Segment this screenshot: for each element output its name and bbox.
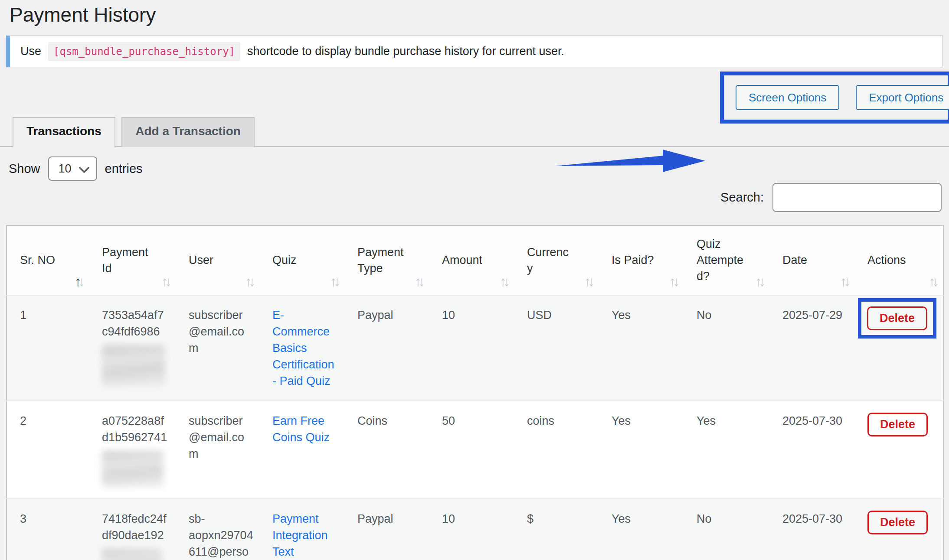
cell-quiz-attempted: No <box>684 295 769 401</box>
sort-icon: ↑↓ <box>500 273 507 290</box>
table-row: 2 a075228a8fd1b5962741 subscriber@email.… <box>7 401 943 499</box>
screen-options-button[interactable]: Screen Options <box>736 85 839 110</box>
sort-icon: ↑↓ <box>669 273 677 290</box>
sort-icon: ↑↓ <box>161 273 169 290</box>
cell-quiz: E-Commerce Basics Certification - Paid Q… <box>259 295 344 401</box>
entries-label: entries <box>105 162 143 176</box>
cell-payment-id: a075228a8fd1b5962741 <box>89 401 176 499</box>
cell-currency: coins <box>514 401 599 499</box>
cell-user: subscriber@email.com <box>176 295 259 401</box>
redacted-area <box>102 345 165 387</box>
shortcode-snippet: [qsm_bundle_purchase_history] <box>48 42 240 61</box>
tab-add-a-transaction[interactable]: Add a Transaction <box>121 117 255 147</box>
cell-payment-type: Coins <box>344 401 429 499</box>
sort-icon: ↑↓ <box>75 273 82 290</box>
notice-suffix: shortcode to display bundle purchase his… <box>247 45 564 58</box>
column-header-is-paid[interactable]: Is Paid? ↑↓ <box>599 225 684 295</box>
transactions-table: Sr. NO ↑↓ Payment Id ↑↓ User ↑↓ Quiz ↑↓ … <box>6 225 944 560</box>
cell-user: sb-aopxn29704611@personal.example.com <box>176 499 259 560</box>
annotation-highlight-box: Delete <box>858 298 936 339</box>
cell-payment-id: 7353a54af7c94fdf6986 <box>89 295 176 401</box>
sort-icon: ↑↓ <box>330 273 337 290</box>
cell-amount: 10 <box>429 295 514 401</box>
cell-payment-type: Paypal <box>344 295 429 401</box>
redacted-area <box>102 549 162 560</box>
table-row: 1 7353a54af7c94fdf6986 subscriber@email.… <box>7 295 943 401</box>
cell-user: subscriber@email.com <box>176 401 259 499</box>
shortcode-notice: Use [qsm_bundle_purchase_history] shortc… <box>6 36 943 67</box>
options-toolbar-row: Screen Options Export Options <box>0 67 949 117</box>
annotation-highlight-box: Screen Options Export Options <box>720 72 949 124</box>
cell-currency: USD <box>514 295 599 401</box>
sort-icon: ↑↓ <box>584 273 592 290</box>
column-header-payment-type[interactable]: Payment Type ↑↓ <box>344 225 429 295</box>
cell-quiz-attempted: Yes <box>684 401 769 499</box>
search-input[interactable] <box>772 183 942 212</box>
cell-quiz: Payment Integration Text <box>259 499 344 560</box>
sort-icon: ↑↓ <box>929 273 936 290</box>
notice-prefix: Use <box>20 45 41 58</box>
cell-amount: 50 <box>429 401 514 499</box>
cell-is-paid: Yes <box>599 295 684 401</box>
column-header-sr-no[interactable]: Sr. NO ↑↓ <box>7 225 89 295</box>
cell-currency: $ <box>514 499 599 560</box>
cell-actions: Delete <box>854 499 943 560</box>
cell-payment-id: 7418fedc24fdf90dae192 <box>89 499 176 560</box>
quiz-link[interactable]: Payment Integration Text <box>272 512 328 558</box>
cell-quiz: Earn Free Coins Quiz <box>259 401 344 499</box>
search-label: Search: <box>720 190 764 205</box>
entries-length-select[interactable]: 10 <box>48 156 97 181</box>
sort-icon: ↑↓ <box>755 273 762 290</box>
tab-transactions[interactable]: Transactions <box>13 117 115 148</box>
delete-button[interactable]: Delete <box>867 306 927 330</box>
column-header-user[interactable]: User ↑↓ <box>176 225 259 295</box>
sort-icon: ↑↓ <box>840 273 848 290</box>
page-title: Payment History <box>10 3 939 26</box>
column-header-currency[interactable]: Currency ↑↓ <box>514 225 599 295</box>
export-options-button[interactable]: Export Options <box>856 85 949 110</box>
cell-actions: Delete <box>854 295 943 401</box>
annotation-arrow-icon <box>554 141 709 181</box>
cell-sr-no: 3 <box>7 499 89 560</box>
cell-is-paid: Yes <box>599 499 684 560</box>
cell-date: 2025-07-29 <box>769 295 854 401</box>
redacted-area <box>102 451 164 487</box>
cell-date: 2025-07-30 <box>769 499 854 560</box>
cell-date: 2025-07-30 <box>769 401 854 499</box>
cell-amount: 10 <box>429 499 514 560</box>
payment-history-page: { "page": { "title": "Payment History" }… <box>0 0 949 560</box>
column-header-amount[interactable]: Amount ↑↓ <box>429 225 514 295</box>
cell-sr-no: 1 <box>7 295 89 401</box>
cell-actions: Delete <box>854 401 943 499</box>
column-header-quiz[interactable]: Quiz ↑↓ <box>259 225 344 295</box>
delete-button[interactable]: Delete <box>867 413 928 436</box>
search-control: Search: <box>0 182 942 212</box>
cell-sr-no: 2 <box>7 401 89 499</box>
quiz-link[interactable]: E-Commerce Basics Certification - Paid Q… <box>272 309 334 387</box>
cell-is-paid: Yes <box>599 401 684 499</box>
column-header-payment-id[interactable]: Payment Id ↑↓ <box>89 225 176 295</box>
sort-icon: ↑↓ <box>245 273 252 290</box>
chevron-down-icon <box>79 167 89 173</box>
column-header-quiz-attempted[interactable]: Quiz Attempted? ↑↓ <box>684 225 769 295</box>
delete-button[interactable]: Delete <box>867 511 928 534</box>
entries-length-value: 10 <box>59 162 72 176</box>
cell-quiz-attempted: No <box>684 499 769 560</box>
show-entries-control: Show 10 entries <box>9 156 949 181</box>
column-header-date[interactable]: Date ↑↓ <box>769 225 854 295</box>
show-label: Show <box>9 162 40 176</box>
table-header-row: Sr. NO ↑↓ Payment Id ↑↓ User ↑↓ Quiz ↑↓ … <box>7 225 943 295</box>
table-row: 3 7418fedc24fdf90dae192 sb-aopxn29704611… <box>7 499 943 560</box>
cell-payment-type: Paypal <box>344 499 429 560</box>
quiz-link[interactable]: Earn Free Coins Quiz <box>272 414 330 444</box>
column-header-actions[interactable]: Actions ↑↓ <box>854 225 943 295</box>
sort-icon: ↑↓ <box>415 273 422 290</box>
